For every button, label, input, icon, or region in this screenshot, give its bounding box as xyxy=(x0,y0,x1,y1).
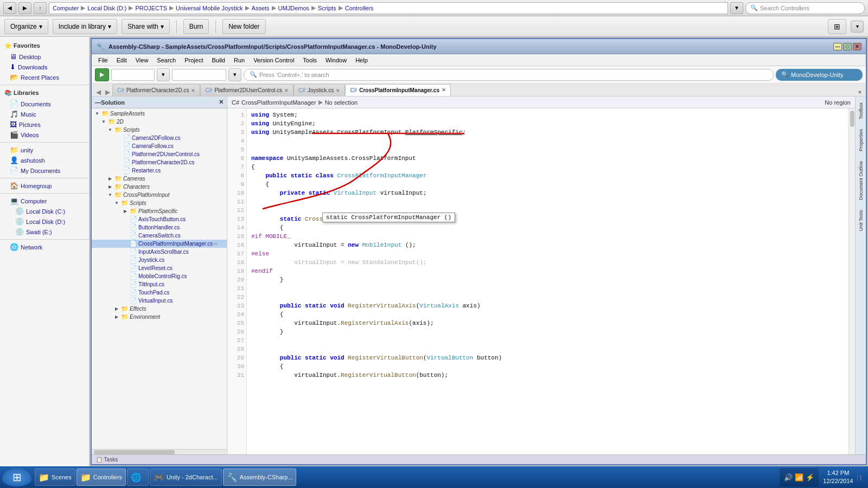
breadcrumb-projects[interactable]: PROJECTS xyxy=(135,5,167,11)
breadcrumb-class[interactable]: CrossPlatformInputManager xyxy=(241,99,316,106)
breadcrumb-umj[interactable]: Universal Mobile Joystick xyxy=(176,5,242,11)
share-with-button[interactable]: Share with ▾ xyxy=(122,19,170,34)
sidebar-item-swati[interactable]: 💿 Swati (E:) xyxy=(0,227,89,237)
taskbar-scenes[interactable]: 📁 Scenes xyxy=(35,468,75,486)
tab-overflow-button[interactable]: ▾ xyxy=(856,88,864,96)
list-item[interactable]: 📄 LevelReset.cs xyxy=(92,264,227,272)
list-item[interactable]: ▶ 📁 Environment xyxy=(92,313,227,321)
document-outline-tab[interactable]: Document Outline xyxy=(857,156,865,205)
include-in-library-button[interactable]: Include in library ▾ xyxy=(53,19,117,34)
view-more-button[interactable]: ▾ xyxy=(851,21,864,33)
mono-search-box[interactable]: 🔍 Press 'Control+,' to search xyxy=(244,69,774,81)
menu-versioncontrol[interactable]: Version Control xyxy=(249,56,298,65)
list-item[interactable]: 📄 TouchPad.cs xyxy=(92,288,227,297)
refresh-button[interactable]: ▼ xyxy=(730,2,743,14)
breadcrumb-selection[interactable]: No selection xyxy=(325,99,358,106)
list-item[interactable]: 📄 PlatformerCharacter2D.cs xyxy=(92,158,227,166)
list-item[interactable]: 📄 Joystick.cs xyxy=(92,256,227,264)
sidebar-item-documents[interactable]: 📄 Documents xyxy=(0,99,89,109)
start-button[interactable]: ⊞ xyxy=(2,468,31,486)
sidebar-item-downloads[interactable]: ⬇ Downloads xyxy=(0,62,89,72)
autocomplete-popup[interactable]: static CrossPlatformInputManager () xyxy=(322,213,455,222)
sidebar-item-homegroup[interactable]: 🏠 Homegroup xyxy=(0,181,89,191)
menu-window[interactable]: Window xyxy=(321,56,351,65)
organize-button[interactable]: Organize ▾ xyxy=(4,19,48,34)
properties-tab[interactable]: Properties xyxy=(857,124,865,156)
list-item[interactable]: ▼ 📁 Scripts xyxy=(92,199,227,207)
breadcrumb-computer[interactable]: Computer xyxy=(53,5,79,11)
list-item[interactable]: ▶ 📁 Effects xyxy=(92,305,227,313)
config-dropdown[interactable]: ▾ xyxy=(157,68,170,81)
taskbar-controllers[interactable]: 📁 Controllers xyxy=(76,468,126,486)
list-item[interactable]: 📄 VirtualInput.cs xyxy=(92,297,227,305)
list-item[interactable]: 📄 MobileControlRig.cs xyxy=(92,272,227,280)
list-item[interactable]: ▶ 📁 PlatformSpecific xyxy=(92,207,227,215)
menu-search[interactable]: Search xyxy=(152,56,180,65)
show-desktop-icon[interactable]: | xyxy=(857,474,861,480)
tray-icon-2[interactable]: 📶 xyxy=(795,473,803,481)
list-item[interactable]: 📄 Camera2DFollow.cs xyxy=(92,134,227,142)
view-options-button[interactable]: ⊞ xyxy=(828,19,846,34)
tab-platformer2dusercontrol[interactable]: C# Platformer2DUserControl.cs ✕ xyxy=(200,84,293,96)
tree-item-scripts[interactable]: ▼ 📁 Scripts xyxy=(92,126,227,134)
taskbar-assembly[interactable]: 🔧 Assembly-CSharp... xyxy=(223,468,297,486)
list-item[interactable]: ▶ 📁 Cameras xyxy=(92,175,227,183)
breadcrumb-assets[interactable]: Assets xyxy=(252,5,270,11)
maximize-button[interactable]: □ xyxy=(843,43,852,50)
menu-run[interactable]: Run xyxy=(229,56,249,65)
run-button[interactable]: ▶ xyxy=(95,68,109,81)
system-clock[interactable]: 1:42 PM 12/22/2014 xyxy=(823,469,853,486)
code-scrollbar[interactable] xyxy=(848,108,855,454)
favorites-header[interactable]: ⭐ Favorites xyxy=(0,40,89,52)
code-text-area[interactable]: using System; using UnityEngine; using U… xyxy=(247,108,848,454)
minimize-button[interactable]: — xyxy=(833,43,842,50)
tab-platformercharacter2d[interactable]: C# PlatformerCharacter2D.cs ✕ xyxy=(112,84,200,96)
menu-help[interactable]: Help xyxy=(351,56,372,65)
breadcrumb-scripts[interactable]: Scripts xyxy=(318,5,336,11)
menu-tools[interactable]: Tools xyxy=(298,56,321,65)
address-bar[interactable]: Computer ▶ Local Disk (D:) ▶ PROJECTS ▶ … xyxy=(49,2,728,14)
new-folder-button[interactable]: New folder xyxy=(222,19,265,34)
tab-crossplatforminputmanager[interactable]: C# CrossPlatformInputManager.cs ✕ xyxy=(345,84,451,96)
autocomplete-option[interactable]: static CrossPlatformInputManager () xyxy=(326,214,451,221)
taskbar-unity[interactable]: 🎮 Unity - 2dCharact... xyxy=(150,468,222,486)
breadcrumb-localdisk[interactable]: Local Disk (D:) xyxy=(87,5,126,11)
sidebar-item-network[interactable]: 🌐 Network xyxy=(0,242,89,252)
back-button[interactable]: ◀ xyxy=(3,2,16,14)
tray-icon-1[interactable]: 🔊 xyxy=(784,473,793,481)
sidebar-item-music[interactable]: 🎵 Music xyxy=(0,109,89,119)
list-item[interactable]: 📄 AxisTouchButton.cs xyxy=(92,215,227,223)
list-item[interactable]: 📄 TiltInput.cs xyxy=(92,280,227,288)
breadcrumb-umjdemos[interactable]: UMJDemos xyxy=(278,5,309,11)
list-item[interactable]: 📄 ButtonHandler.cs xyxy=(92,223,227,232)
target-selector[interactable] xyxy=(172,69,226,81)
tab-next-button[interactable]: ▶ xyxy=(103,88,112,96)
tray-icon-3[interactable]: ⚡ xyxy=(806,473,814,481)
forward-button[interactable]: ▶ xyxy=(18,2,31,14)
sidebar-item-localc[interactable]: 💿 Local Disk (C:) xyxy=(0,206,89,216)
tab-prev-button[interactable]: ◀ xyxy=(94,88,103,96)
target-dropdown[interactable]: ▾ xyxy=(228,68,241,81)
up-button[interactable]: ↑ xyxy=(34,2,47,14)
sidebar-item-mydocuments[interactable]: 📄 My Documents xyxy=(0,165,89,176)
close-button[interactable]: ✕ xyxy=(853,43,861,50)
list-item-selected[interactable]: 📄 CrossPlatformInputManager.cs ✏ xyxy=(92,240,227,248)
sidebar-item-pictures[interactable]: 🖼 Pictures xyxy=(0,119,89,130)
sidebar-item-locald[interactable]: 💿 Local Disk (D:) xyxy=(0,216,89,227)
list-item[interactable]: 📄 Platformer2DUserControl.cs xyxy=(92,150,227,158)
tab-close-icon[interactable]: ✕ xyxy=(191,88,195,93)
unit-tests-tab[interactable]: Unit Tests xyxy=(857,205,865,236)
sidebar-item-computer[interactable]: 💻 Computer xyxy=(0,196,89,206)
breadcrumb-controllers[interactable]: Controllers xyxy=(345,5,374,11)
menu-file[interactable]: File xyxy=(94,56,112,65)
burn-button[interactable]: Burn xyxy=(183,19,209,34)
tree-item-sampleassets[interactable]: ▼ 📁 SampleAssets xyxy=(92,110,227,118)
tab-close-icon[interactable]: ✕ xyxy=(442,87,446,93)
tab-close-icon[interactable]: ✕ xyxy=(336,88,340,93)
list-item[interactable]: 📄 Restarter.cs xyxy=(92,166,227,175)
sidebar-item-recent[interactable]: 📂 Recent Places xyxy=(0,72,89,82)
list-item[interactable]: 📄 CameraSwitch.cs xyxy=(92,232,227,240)
menu-build[interactable]: Build xyxy=(207,56,229,65)
sidebar-item-videos[interactable]: 🎬 Videos xyxy=(0,130,89,140)
search-box[interactable]: 🔍 Search Controllers xyxy=(745,2,865,14)
